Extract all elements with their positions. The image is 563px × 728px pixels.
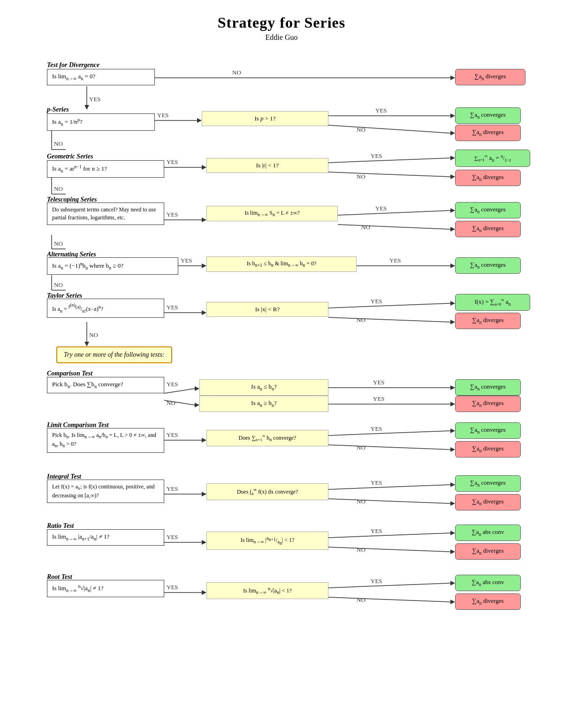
geometric-converges: ∑n=1∞ an = a/1−r: [455, 150, 530, 167]
svg-text:YES: YES: [167, 211, 178, 218]
svg-text:NO: NO: [357, 316, 365, 323]
svg-marker-78: [202, 438, 206, 443]
svg-line-58: [328, 317, 450, 322]
svg-line-91: [328, 499, 450, 503]
pseries-question: Is p > 1?: [202, 111, 328, 126]
integral-question: Does ∫a∞ f(x) dx converge?: [206, 483, 328, 500]
ratio-converges: ∑an abs conv: [455, 525, 521, 541]
svg-text:YES: YES: [373, 395, 385, 402]
svg-text:NO: NO: [167, 399, 175, 406]
svg-marker-111: [450, 600, 455, 604]
svg-text:NO: NO: [357, 596, 365, 603]
svg-line-97: [328, 533, 450, 538]
svg-line-67: [164, 400, 195, 405]
ratio-label: Ratio Test: [47, 521, 74, 530]
pseries-condition: Is an = 1/np?: [47, 113, 155, 131]
svg-marker-105: [202, 590, 206, 595]
flowchart: NO YES YES YES NO NO: [19, 51, 544, 728]
svg-marker-69: [195, 403, 199, 407]
svg-marker-96: [202, 540, 206, 545]
comparison-q-yes: Is an ≤ bn?: [199, 379, 328, 396]
svg-marker-39: [450, 227, 455, 232]
svg-text:NO: NO: [54, 140, 63, 147]
svg-marker-15: [450, 131, 455, 135]
root-question: Is limn→∞ n√|an| < 1?: [206, 582, 328, 599]
pseries-diverges: ∑an diverges: [455, 125, 521, 141]
geometric-condition: Is an = arn−1 for n ≥ 1?: [47, 160, 164, 178]
svg-marker-75: [450, 402, 455, 406]
geometric-question: Is |r| < 1?: [206, 158, 328, 173]
geometric-label: Geometric Series: [47, 152, 93, 160]
ratio-question: Is limn→∞ |an+1/an| < 1?: [206, 532, 328, 550]
svg-marker-5: [84, 105, 89, 110]
svg-text:YES: YES: [375, 107, 387, 114]
svg-text:NO: NO: [357, 173, 365, 180]
taylor-converges: f(x) = ∑n=0∞ an: [455, 294, 530, 311]
svg-marker-27: [450, 174, 455, 179]
svg-text:YES: YES: [167, 533, 178, 540]
svg-text:NO: NO: [54, 281, 63, 288]
svg-text:YES: YES: [371, 527, 382, 534]
divergence-label: Test for Divergence: [47, 60, 99, 69]
pseries-converges: ∑an converges: [455, 107, 521, 124]
svg-text:YES: YES: [167, 158, 178, 165]
svg-text:YES: YES: [371, 152, 382, 159]
comparison-condition: Pick bn. Does ∑bn converge?: [47, 377, 164, 393]
svg-line-22: [328, 158, 450, 163]
svg-marker-9: [197, 118, 202, 123]
svg-text:YES: YES: [371, 298, 382, 305]
svg-marker-3: [450, 75, 455, 80]
svg-marker-62: [84, 342, 89, 346]
svg-text:NO: NO: [361, 224, 370, 231]
svg-marker-84: [450, 447, 455, 452]
comparison-diverges: ∑an diverges: [455, 396, 521, 412]
svg-line-79: [328, 431, 450, 435]
svg-text:YES: YES: [373, 379, 385, 386]
svg-line-106: [328, 583, 450, 588]
svg-marker-99: [450, 531, 455, 535]
integral-diverges: ∑an diverges: [455, 494, 521, 510]
svg-text:NO: NO: [357, 498, 365, 505]
svg-marker-48: [450, 263, 455, 268]
limit-comparison-converges: ∑an converges: [455, 422, 521, 439]
svg-text:YES: YES: [371, 425, 382, 432]
svg-marker-21: [202, 165, 206, 170]
try-more-box: Try one or more of the following tests:: [56, 346, 172, 363]
pseries-label: p-Series: [47, 105, 69, 113]
svg-line-109: [328, 597, 450, 602]
telescoping-converges: ∑an converges: [455, 202, 521, 218]
page-title: Strategy for Series: [19, 14, 544, 31]
svg-text:YES: YES: [167, 584, 178, 591]
svg-marker-60: [450, 320, 455, 324]
svg-text:NO: NO: [232, 69, 241, 76]
svg-text:YES: YES: [371, 578, 382, 585]
ratio-diverges: ∑an diverges: [455, 543, 521, 560]
page: Strategy for Series Eddie Guo NO YES YES…: [0, 0, 563, 728]
svg-text:YES: YES: [157, 112, 169, 119]
svg-line-64: [164, 389, 195, 393]
divergence-condition: Is limn→∞ an = 0?: [47, 69, 155, 85]
svg-line-25: [328, 172, 450, 177]
svg-text:NO: NO: [54, 240, 63, 247]
svg-text:NO: NO: [89, 331, 98, 338]
svg-text:YES: YES: [375, 205, 387, 212]
svg-marker-24: [450, 156, 455, 160]
svg-text:NO: NO: [357, 546, 365, 553]
comparison-converges: ∑an converges: [455, 379, 521, 396]
alternating-converges: ∑an converges: [455, 257, 521, 274]
svg-text:YES: YES: [181, 257, 192, 264]
svg-line-82: [328, 445, 450, 450]
svg-marker-57: [450, 301, 455, 306]
svg-line-100: [328, 547, 450, 552]
svg-marker-12: [450, 113, 455, 118]
svg-text:NO: NO: [54, 185, 63, 192]
svg-line-37: [338, 225, 450, 229]
svg-marker-54: [202, 310, 206, 315]
root-condition: Is limn→∞ n√|an| ≠ 1?: [47, 580, 164, 597]
svg-marker-36: [450, 208, 455, 213]
svg-marker-66: [195, 386, 199, 391]
root-converges: ∑an abs conv: [455, 575, 521, 591]
svg-marker-93: [450, 501, 455, 506]
telescoping-question: Is limn→∞ Sn = L ≠ ±∞?: [206, 206, 338, 221]
svg-text:YES: YES: [167, 304, 178, 311]
